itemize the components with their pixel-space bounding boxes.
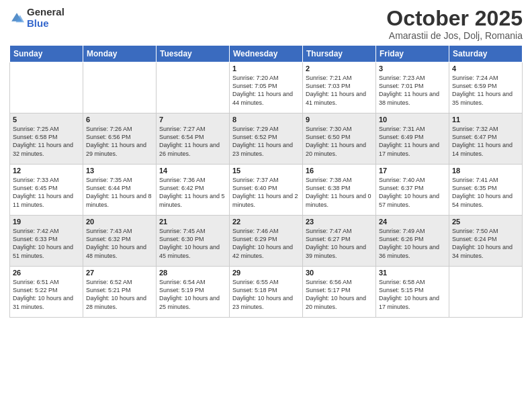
col-monday: Monday: [83, 46, 157, 62]
day-number: 4: [452, 64, 519, 73]
day-info: Sunrise: 7:21 AM Sunset: 7:03 PM Dayligh…: [306, 74, 373, 107]
table-row: 18Sunrise: 7:41 AM Sunset: 6:35 PM Dayli…: [449, 165, 523, 216]
day-number: 25: [452, 218, 519, 226]
calendar-week-row: 5Sunrise: 7:25 AM Sunset: 6:58 PM Daylig…: [10, 113, 523, 165]
table-row: 13Sunrise: 7:35 AM Sunset: 6:44 PM Dayli…: [83, 165, 157, 216]
table-row: 23Sunrise: 7:47 AM Sunset: 6:27 PM Dayli…: [303, 216, 376, 267]
day-info: Sunrise: 7:27 AM Sunset: 6:54 PM Dayligh…: [159, 125, 226, 158]
location-subtitle: Amarastii de Jos, Dolj, Romania: [386, 30, 523, 41]
day-info: Sunrise: 6:54 AM Sunset: 5:19 PM Dayligh…: [159, 278, 226, 311]
day-info: Sunrise: 7:30 AM Sunset: 6:50 PM Dayligh…: [306, 125, 373, 158]
day-number: 15: [232, 167, 300, 175]
day-number: 31: [379, 269, 446, 277]
col-thursday: Thursday: [303, 46, 376, 62]
month-title: October 2025: [386, 7, 523, 30]
day-info: Sunrise: 7:40 AM Sunset: 6:37 PM Dayligh…: [379, 176, 446, 209]
table-row: 4Sunrise: 7:24 AM Sunset: 6:59 PM Daylig…: [449, 62, 523, 113]
day-info: Sunrise: 6:52 AM Sunset: 5:21 PM Dayligh…: [86, 278, 153, 311]
day-number: 8: [232, 116, 300, 124]
day-number: 9: [306, 116, 373, 124]
day-info: Sunrise: 7:23 AM Sunset: 7:01 PM Dayligh…: [379, 74, 446, 107]
day-info: Sunrise: 7:49 AM Sunset: 6:26 PM Dayligh…: [379, 227, 446, 260]
table-row: 22Sunrise: 7:46 AM Sunset: 6:29 PM Dayli…: [230, 216, 303, 267]
calendar-week-row: 19Sunrise: 7:42 AM Sunset: 6:33 PM Dayli…: [10, 216, 523, 267]
calendar-header-row: Sunday Monday Tuesday Wednesday Thursday…: [10, 46, 523, 62]
day-info: Sunrise: 7:20 AM Sunset: 7:05 PM Dayligh…: [232, 74, 300, 107]
table-row: [10, 62, 83, 113]
day-number: 24: [379, 218, 446, 226]
day-info: Sunrise: 7:38 AM Sunset: 6:38 PM Dayligh…: [306, 176, 373, 209]
table-row: 17Sunrise: 7:40 AM Sunset: 6:37 PM Dayli…: [376, 165, 449, 216]
day-info: Sunrise: 6:58 AM Sunset: 5:15 PM Dayligh…: [379, 278, 446, 311]
logo-general-text: General: [27, 7, 64, 18]
table-row: 5Sunrise: 7:25 AM Sunset: 6:58 PM Daylig…: [10, 113, 83, 165]
logo: General Blue: [9, 7, 64, 29]
table-row: 20Sunrise: 7:43 AM Sunset: 6:32 PM Dayli…: [83, 216, 157, 267]
day-number: 16: [306, 167, 373, 175]
title-block: October 2025 Amarastii de Jos, Dolj, Rom…: [386, 7, 523, 41]
day-number: 13: [86, 167, 153, 175]
table-row: 9Sunrise: 7:30 AM Sunset: 6:50 PM Daylig…: [303, 113, 376, 165]
day-number: 19: [13, 218, 80, 226]
day-info: Sunrise: 7:47 AM Sunset: 6:27 PM Dayligh…: [306, 227, 373, 260]
table-row: 11Sunrise: 7:32 AM Sunset: 6:47 PM Dayli…: [449, 113, 523, 165]
table-row: 7Sunrise: 7:27 AM Sunset: 6:54 PM Daylig…: [157, 113, 230, 165]
day-number: 6: [86, 116, 153, 124]
day-info: Sunrise: 7:46 AM Sunset: 6:29 PM Dayligh…: [232, 227, 300, 260]
table-row: 19Sunrise: 7:42 AM Sunset: 6:33 PM Dayli…: [10, 216, 83, 267]
day-info: Sunrise: 6:51 AM Sunset: 5:22 PM Dayligh…: [13, 278, 80, 311]
table-row: 26Sunrise: 6:51 AM Sunset: 5:22 PM Dayli…: [10, 267, 83, 318]
day-number: 20: [86, 218, 153, 226]
header: General Blue October 2025 Amarastii de J…: [9, 7, 523, 41]
day-info: Sunrise: 7:50 AM Sunset: 6:24 PM Dayligh…: [452, 227, 519, 260]
table-row: 2Sunrise: 7:21 AM Sunset: 7:03 PM Daylig…: [303, 62, 376, 113]
day-info: Sunrise: 7:24 AM Sunset: 6:59 PM Dayligh…: [452, 74, 519, 107]
table-row: 6Sunrise: 7:26 AM Sunset: 6:56 PM Daylig…: [83, 113, 157, 165]
day-number: 5: [13, 116, 80, 124]
table-row: 27Sunrise: 6:52 AM Sunset: 5:21 PM Dayli…: [83, 267, 157, 318]
table-row: 8Sunrise: 7:29 AM Sunset: 6:52 PM Daylig…: [230, 113, 303, 165]
day-info: Sunrise: 6:55 AM Sunset: 5:18 PM Dayligh…: [232, 278, 300, 311]
day-number: 11: [452, 116, 519, 124]
logo-text: General Blue: [27, 7, 64, 29]
table-row: [83, 62, 157, 113]
table-row: 1Sunrise: 7:20 AM Sunset: 7:05 PM Daylig…: [230, 62, 303, 113]
day-info: Sunrise: 7:42 AM Sunset: 6:33 PM Dayligh…: [13, 227, 80, 260]
day-info: Sunrise: 7:41 AM Sunset: 6:35 PM Dayligh…: [452, 176, 519, 209]
day-info: Sunrise: 7:43 AM Sunset: 6:32 PM Dayligh…: [86, 227, 153, 260]
day-info: Sunrise: 7:29 AM Sunset: 6:52 PM Dayligh…: [232, 125, 300, 158]
logo-icon: [9, 11, 24, 26]
day-number: 30: [306, 269, 373, 277]
table-row: 28Sunrise: 6:54 AM Sunset: 5:19 PM Dayli…: [157, 267, 230, 318]
day-number: 12: [13, 167, 80, 175]
day-info: Sunrise: 7:33 AM Sunset: 6:45 PM Dayligh…: [13, 176, 80, 209]
table-row: 31Sunrise: 6:58 AM Sunset: 5:15 PM Dayli…: [376, 267, 449, 318]
day-number: 1: [232, 64, 300, 73]
table-row: 30Sunrise: 6:56 AM Sunset: 5:17 PM Dayli…: [303, 267, 376, 318]
day-number: 7: [159, 116, 226, 124]
day-number: 10: [379, 116, 446, 124]
day-number: 18: [452, 167, 519, 175]
day-number: 17: [379, 167, 446, 175]
col-friday: Friday: [376, 46, 449, 62]
col-sunday: Sunday: [10, 46, 83, 62]
day-info: Sunrise: 6:56 AM Sunset: 5:17 PM Dayligh…: [306, 278, 373, 311]
col-saturday: Saturday: [449, 46, 523, 62]
table-row: [449, 267, 523, 318]
day-number: 14: [159, 167, 226, 175]
day-info: Sunrise: 7:45 AM Sunset: 6:30 PM Dayligh…: [159, 227, 226, 260]
table-row: 14Sunrise: 7:36 AM Sunset: 6:42 PM Dayli…: [157, 165, 230, 216]
table-row: 10Sunrise: 7:31 AM Sunset: 6:49 PM Dayli…: [376, 113, 449, 165]
day-number: 26: [13, 269, 80, 277]
day-number: 21: [159, 218, 226, 226]
day-number: 3: [379, 64, 446, 73]
day-info: Sunrise: 7:32 AM Sunset: 6:47 PM Dayligh…: [452, 125, 519, 158]
page: General Blue October 2025 Amarastii de J…: [0, 0, 532, 411]
day-number: 28: [159, 269, 226, 277]
col-tuesday: Tuesday: [157, 46, 230, 62]
day-info: Sunrise: 7:36 AM Sunset: 6:42 PM Dayligh…: [159, 176, 226, 209]
table-row: 3Sunrise: 7:23 AM Sunset: 7:01 PM Daylig…: [376, 62, 449, 113]
day-number: 22: [232, 218, 300, 226]
day-info: Sunrise: 7:37 AM Sunset: 6:40 PM Dayligh…: [232, 176, 300, 209]
day-number: 2: [306, 64, 373, 73]
